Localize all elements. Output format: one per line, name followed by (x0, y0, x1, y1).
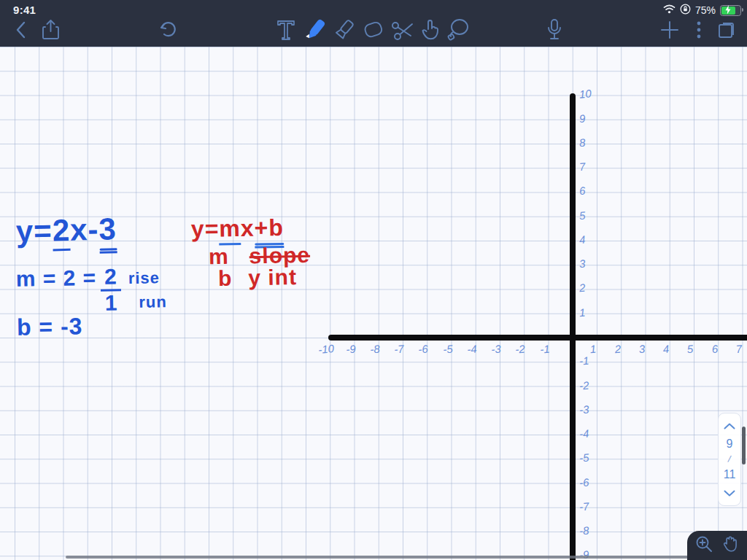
hw-text: y= (15, 214, 53, 249)
hw-slope-word: slope (249, 243, 310, 268)
vertical-scrollbar[interactable] (742, 427, 746, 464)
hw-text: x (241, 215, 255, 241)
handwriting-blue-slope: m = 2 = 2 1 rise run (15, 264, 167, 316)
x-axis-tick-label: 4 (662, 343, 670, 356)
x-axis-tick-label: -4 (467, 342, 478, 355)
add-page-button[interactable] (657, 16, 683, 44)
x-axis-tick-label: 7 (735, 343, 743, 356)
x-axis-tick-label: -10 (318, 342, 335, 356)
orientation-lock-icon (680, 4, 691, 18)
y-axis-tick-label: -1 (578, 354, 589, 368)
hw-text: b (218, 266, 233, 290)
clock: 9:41 (13, 4, 36, 16)
page-down-button[interactable] (724, 486, 735, 499)
handwriting-blue-intercept: b = -3 (17, 313, 83, 341)
pen-tool-button[interactable] (302, 16, 328, 44)
wifi-icon (663, 4, 676, 17)
top-bar: 9:41 75% (0, 0, 747, 47)
page-separator: / (727, 456, 732, 464)
hw-underlined-m: m (219, 215, 241, 246)
y-axis-tick-label: 8 (578, 136, 586, 149)
hw-text: m (209, 244, 229, 268)
back-button[interactable] (7, 16, 34, 44)
hw-fraction-denominator: 1 (104, 291, 117, 314)
text-tool-button[interactable] (273, 16, 299, 44)
x-axis-tick-label: 6 (711, 343, 719, 356)
x-axis-tick-label: -9 (345, 342, 356, 355)
charging-bolt-icon (725, 5, 731, 16)
hw-underlined-2: 2 (52, 213, 71, 252)
zoom-panel (687, 531, 747, 560)
pan-hand-button[interactable] (721, 534, 740, 556)
x-axis-tick-label: 1 (589, 343, 597, 356)
hw-rise-run: rise run (128, 264, 167, 314)
x-axis-tick-label: -7 (394, 342, 405, 355)
hw-double-underlined-3: 3 (98, 211, 117, 254)
y-axis-tick-label: 5 (578, 209, 586, 222)
y-axis-tick-label: 2 (578, 281, 586, 295)
microphone-button[interactable] (541, 16, 568, 44)
battery-percent-label: 75% (695, 4, 716, 16)
page-navigator: 9 / 11 (718, 413, 741, 506)
lasso-tool-button[interactable] (445, 16, 471, 44)
x-axis-tick-label: -1 (539, 342, 550, 355)
y-axis-tick-label: 4 (578, 233, 586, 246)
x-axis-tick-label: -3 (491, 342, 502, 355)
y-axis-tick-label: 7 (578, 160, 586, 174)
handwriting-red-yint-label: by int (218, 265, 298, 291)
handwriting-blue-equation: y=2x-3 (15, 211, 117, 256)
y-axis-tick-label: -7 (578, 499, 589, 513)
more-options-button[interactable] (686, 16, 712, 44)
y-axis-tick-label: -2 (578, 378, 589, 392)
eraser-tool-button[interactable] (360, 16, 387, 44)
y-axis-tick-label: 1 (578, 306, 586, 319)
hw-text: m = 2 = (15, 265, 96, 292)
y-axis-tick-label: -4 (578, 427, 589, 440)
toolbar (0, 16, 747, 47)
x-axis-tick-label: -8 (370, 342, 381, 355)
y-axis-tick-label: -8 (578, 524, 589, 537)
x-axis-tick-label: 3 (638, 343, 646, 356)
pointer-hand-tool-button[interactable] (417, 16, 444, 44)
page-thumbnails-button[interactable] (713, 16, 740, 44)
note-canvas[interactable]: y=2x-3 m = 2 = 2 1 rise run b = -3 y=mx+… (0, 47, 747, 560)
y-axis-tick-label: -3 (578, 402, 589, 416)
current-page-number: 9 (727, 438, 733, 451)
y-axis-line (570, 93, 576, 560)
hw-fraction-numerator: 2 (101, 265, 121, 291)
y-axis-tick-label: 6 (578, 184, 586, 198)
hw-fraction: 2 1 (101, 265, 122, 314)
x-axis-tick-label: -2 (515, 342, 526, 355)
hw-rise-label: rise (128, 265, 167, 290)
zoom-in-button[interactable] (694, 534, 713, 556)
y-axis-tick-label: -5 (578, 451, 589, 464)
total-page-number: 11 (724, 469, 736, 481)
status-bar: 9:41 75% (0, 2, 747, 17)
battery-icon (720, 5, 741, 16)
y-axis-tick-label: -6 (578, 475, 589, 489)
hw-text: y= (191, 215, 220, 242)
x-axis-tick-label: -5 (442, 342, 453, 355)
x-axis-tick-label: 2 (614, 343, 622, 356)
x-axis-tick-label: 5 (686, 343, 694, 356)
hw-text: x- (70, 212, 100, 247)
hw-yint-word: y int (248, 265, 297, 289)
y-axis-tick-label: 9 (578, 112, 586, 125)
scissors-tool-button[interactable] (390, 16, 416, 44)
highlighter-tool-button[interactable] (331, 16, 357, 44)
horizontal-scrollbar[interactable] (66, 556, 743, 559)
y-axis-tick-label: 3 (578, 257, 586, 271)
undo-button[interactable] (155, 16, 181, 44)
y-axis-tick-label: 10 (578, 88, 592, 101)
page-up-button[interactable] (724, 419, 735, 432)
share-button[interactable] (38, 16, 64, 44)
x-axis-line (328, 335, 747, 341)
hw-run-label: run (139, 289, 167, 314)
x-axis-tick-label: -6 (418, 342, 429, 355)
